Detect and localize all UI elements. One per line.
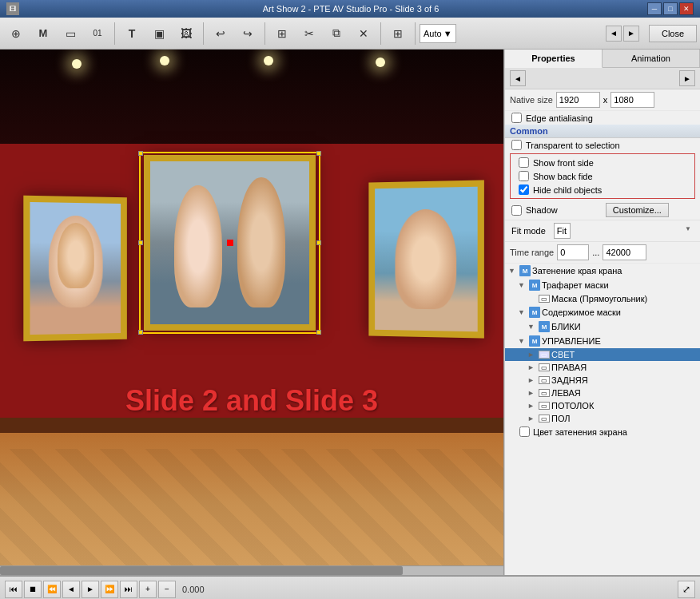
tree-label-10: ПОТОЛОК (551, 401, 594, 411)
fit-mode-select[interactable]: Fit (554, 223, 571, 239)
customize-button[interactable]: Customize... (606, 203, 669, 217)
fit-mode-label: Fit mode (511, 226, 546, 236)
toolbar-image-btn[interactable]: 🖼 (173, 21, 199, 46)
slide-preview: Slide 2 and Slide 3 (0, 50, 503, 575)
tab-animation[interactable]: Animation (603, 50, 700, 67)
toolbar-delete-btn[interactable]: ✕ (351, 21, 376, 46)
tree-item-4[interactable]: ▼ M БЛИКИ (505, 319, 700, 334)
toolbar-text-btn[interactable]: T (119, 21, 145, 46)
tree-item-2[interactable]: ▭ Маска (Прямоугольник) (505, 292, 700, 305)
tl-scroll-icon[interactable]: ⤢ (678, 581, 695, 598)
tab-properties[interactable]: Properties (505, 50, 603, 68)
wall-trim (0, 418, 503, 434)
fit-mode-row: Fit mode Fit (505, 220, 700, 242)
frame-right-img (375, 186, 478, 331)
toolbar-undo-btn[interactable]: ↩ (208, 21, 233, 46)
tree-item-1[interactable]: ▼ M Трафарет маски (505, 278, 700, 292)
shadow-label: Shadow (526, 205, 558, 215)
show-front-check[interactable] (519, 157, 529, 168)
tree-label-11: ПОЛ (551, 414, 571, 423)
tree-item-6[interactable]: ► ▭ СВЕТ (505, 348, 700, 361)
tree-check-12[interactable] (519, 426, 530, 437)
toolbar-grid-btn[interactable]: ⊞ (269, 21, 295, 46)
window-title: Art Show 2 - PTE AV Studio Pro - Slide 3… (54, 4, 647, 14)
frame-center[interactable] (144, 155, 316, 331)
tl-time-display: 0.000 (182, 585, 205, 594)
app-icon: 🎞 (6, 2, 19, 15)
toolbar-cut-btn[interactable]: ✂ (296, 21, 322, 46)
timeline-controls: ⏮ ⏹ ⏪ ◄ ► ⏩ ⏭ + − 0.000 ⤢ (0, 577, 700, 599)
canvas-scrollbar[interactable] (0, 565, 503, 575)
toolbar-select-btn[interactable]: ⊕ (3, 21, 29, 46)
canvas-area[interactable]: Slide 2 and Slide 3 (0, 50, 504, 575)
toolbar-copy-btn[interactable]: ⧉ (324, 21, 349, 46)
native-size-width[interactable] (556, 92, 600, 108)
panel-content: Native size x Edge antialiasing Common T… (505, 89, 700, 575)
tl-prev-start-btn[interactable]: ⏮ (5, 581, 22, 598)
edge-antialiasing-row: Edge antialiasing (505, 111, 700, 125)
toolbar-frame-btn[interactable]: ▣ (146, 21, 172, 46)
toolbar-m-btn[interactable]: M (30, 21, 56, 46)
tree-toggle-9: ► (527, 389, 537, 397)
hide-child-check[interactable] (519, 184, 529, 195)
time-start-input[interactable] (557, 244, 589, 260)
frame-left-img (30, 202, 121, 335)
window-controls: ─ □ ✕ (647, 2, 694, 15)
edge-antialiasing-check[interactable] (511, 113, 522, 123)
tree-toggle-4: ▼ (527, 323, 537, 331)
close-window-button[interactable]: ✕ (679, 2, 694, 15)
show-back-check[interactable] (519, 171, 529, 181)
canvas-scrollbar-thumb[interactable] (0, 566, 403, 575)
tree-icon-rect-2: ▭ (539, 295, 550, 303)
toolbar-redo-btn[interactable]: ↪ (235, 21, 261, 46)
tree-item-5[interactable]: ▼ M УПРАВЛЕНИЕ (505, 334, 700, 348)
shadow-check[interactable] (511, 205, 522, 216)
tree-item-11[interactable]: ► ▭ ПОЛ (505, 412, 700, 425)
tree-item-0[interactable]: ▼ M Затенение края крана (505, 264, 700, 278)
toolbar-nav-fwd[interactable]: ► (623, 26, 639, 42)
tl-play-btn[interactable]: ► (82, 581, 99, 598)
toolbar-arrange-btn[interactable]: ⊞ (385, 21, 411, 46)
toolbar-sep-2 (203, 22, 204, 45)
tl-add-btn[interactable]: + (139, 581, 157, 598)
tl-fwd-btn[interactable]: ⏩ (101, 581, 118, 598)
tl-minus-btn[interactable]: − (158, 581, 176, 598)
tree-label-2: Маска (Прямоугольник) (551, 294, 647, 303)
edge-antialiasing-label: Edge antialiasing (526, 113, 593, 123)
tree-toggle-0: ▼ (508, 267, 518, 275)
tree-item-12[interactable]: Цвет затенения экрана (505, 425, 700, 438)
tree-item-10[interactable]: ► ▭ ПОТОЛОК (505, 399, 700, 412)
show-back-label: Show back fide (533, 172, 593, 181)
show-front-label: Show front side (533, 158, 594, 168)
panel-nav: ◄ ► (505, 68, 700, 89)
toolbar-nav-back[interactable]: ◄ (606, 26, 622, 42)
tl-stop-btn[interactable]: ⏹ (24, 581, 42, 598)
time-range-row: Time range ... (505, 242, 700, 264)
time-end-input[interactable] (603, 244, 646, 260)
tree-toggle-3: ▼ (518, 308, 527, 316)
native-size-height[interactable] (611, 92, 654, 108)
toolbar-rect-btn[interactable]: ▭ (58, 21, 83, 46)
tree-label-5: УПРАВЛЕНИЕ (542, 336, 601, 346)
transparent-check[interactable] (511, 140, 522, 150)
tree-item-3[interactable]: ▼ M Содержимое маски (505, 305, 700, 319)
titlebar: 🎞 Art Show 2 - PTE AV Studio Pro - Slide… (0, 0, 700, 18)
panel-tabs: Properties Animation (505, 50, 700, 68)
panel-nav-back[interactable]: ◄ (510, 70, 526, 86)
mode-value: Auto (424, 29, 442, 38)
hide-child-row: Hide child objects (512, 183, 693, 196)
tree-item-9[interactable]: ► ▭ ЛЕВАЯ (505, 387, 700, 399)
tree-item-7[interactable]: ► ▭ ПРАВАЯ (505, 361, 700, 374)
tree-item-8[interactable]: ► ▭ ЗАДНЯЯ (505, 374, 700, 387)
close-panel-button[interactable]: Close (649, 25, 697, 42)
tl-prev-btn[interactable]: ⏪ (43, 581, 61, 598)
tl-back-btn[interactable]: ◄ (62, 581, 80, 598)
tl-next-end-btn[interactable]: ⏭ (120, 581, 137, 598)
toolbar-01-btn[interactable]: 01 (85, 21, 110, 46)
mode-dropdown[interactable]: Auto ▼ (420, 24, 456, 43)
minimize-button[interactable]: ─ (647, 2, 662, 15)
floor-pattern (0, 449, 503, 575)
maximize-button[interactable]: □ (663, 2, 678, 15)
panel-nav-fwd[interactable]: ► (679, 70, 695, 86)
tree-label-3: Содержимое маски (542, 307, 621, 317)
